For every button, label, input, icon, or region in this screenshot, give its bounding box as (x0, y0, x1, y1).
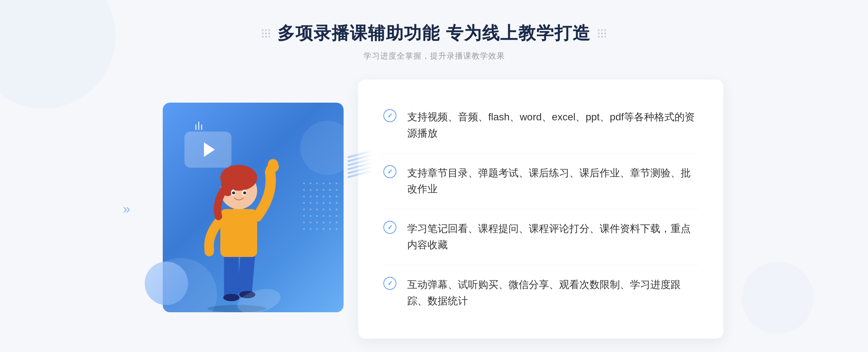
check-icon-4: ✓ (383, 277, 396, 290)
header-title-row: 多项录播课辅助功能 专为线上教学打造 (262, 22, 606, 45)
check-icon-3: ✓ (383, 221, 396, 234)
title-deco-left (262, 29, 270, 38)
svg-rect-5 (220, 209, 257, 257)
bg-deco-circle-2 (741, 262, 814, 334)
feature-text-3: 学习笔记回看、课程提问、课程评论打分、课件资料下载，重点内容收藏 (407, 221, 698, 253)
illustration-container: » (145, 92, 369, 327)
right-panel: ✓ 支持视频、音频、flash、word、excel、ppt、pdf等各种格式的… (358, 80, 723, 339)
svg-point-14 (232, 191, 235, 194)
svg-point-7 (204, 246, 214, 256)
left-arrow-icon: » (123, 202, 130, 217)
svg-rect-2 (237, 253, 255, 294)
header-section: 多项录播课辅助功能 专为线上教学打造 学习进度全掌握，提升录播课教学效果 (262, 22, 606, 61)
check-icon-1: ✓ (383, 109, 396, 122)
feature-text-2: 支持章节目录、弹题考试、课后练习、课后作业、章节测验、批改作业 (407, 165, 698, 198)
bg-deco-circle-1 (0, 0, 116, 108)
figure-svg (184, 121, 289, 312)
check-icon-2: ✓ (383, 165, 396, 178)
svg-point-6 (268, 159, 278, 169)
feature-item-3: ✓ 学习笔记回看、课程提问、课程评论打分、课件资料下载，重点内容收藏 (383, 209, 698, 265)
svg-point-15 (243, 191, 246, 194)
feature-text-4: 互动弹幕、试听购买、微信分享、观看次数限制、学习进度跟踪、数据统计 (407, 277, 698, 309)
feature-item-2: ✓ 支持章节目录、弹题考试、课后练习、课后作业、章节测验、批改作业 (383, 154, 698, 210)
feature-text-1: 支持视频、音频、flash、word、excel、ppt、pdf等各种格式的资源… (407, 109, 698, 142)
feature-item-4: ✓ 互动弹幕、试听购买、微信分享、观看次数限制、学习进度跟踪、数据统计 (383, 265, 698, 321)
page-container: 多项录播课辅助功能 专为线上教学打造 学习进度全掌握，提升录播课教学效果 » (0, 0, 868, 352)
svg-rect-1 (224, 253, 239, 297)
svg-point-3 (223, 294, 239, 301)
illus-inner-circle-2 (300, 121, 344, 175)
subtitle: 学习进度全掌握，提升录播课教学效果 (363, 51, 505, 61)
feature-item-1: ✓ 支持视频、音频、flash、word、excel、ppt、pdf等各种格式的… (383, 98, 698, 154)
deco-circle-left (145, 262, 188, 305)
content-area: » (145, 80, 723, 339)
illustration-bg (163, 103, 344, 312)
stripe-deco (347, 153, 373, 175)
illus-dots-grid (303, 183, 340, 232)
title-deco-right (598, 29, 606, 38)
main-title: 多项录播课辅助功能 专为线上教学打造 (277, 22, 590, 45)
